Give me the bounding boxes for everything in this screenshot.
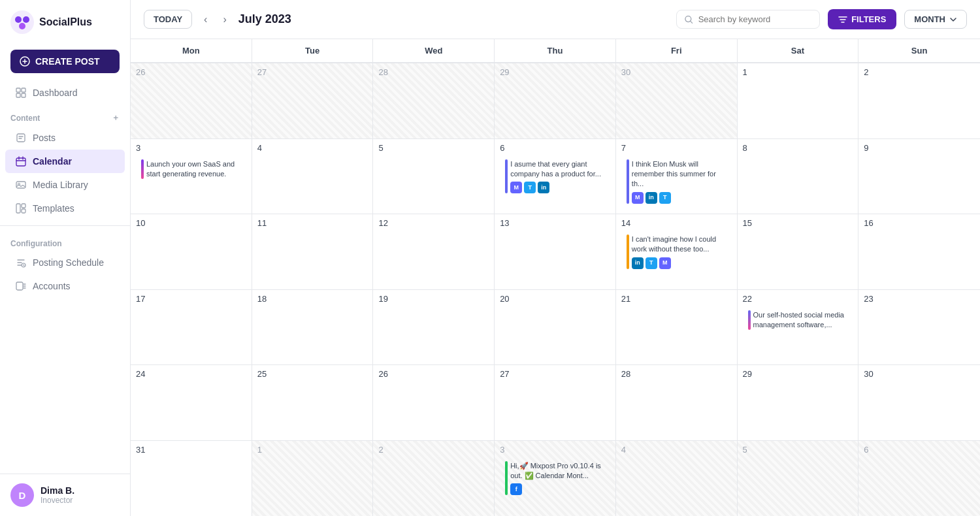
today-button[interactable]: TODAY xyxy=(144,10,192,29)
day-number: 31 xyxy=(136,445,246,455)
search-box[interactable] xyxy=(676,10,820,29)
cal-cell[interactable]: 30 xyxy=(858,365,980,441)
mastodon-icon: M xyxy=(659,257,671,269)
day-number: 6 xyxy=(864,445,975,455)
month-select-button[interactable]: MONTH xyxy=(904,10,967,29)
next-month-button[interactable]: › xyxy=(219,11,230,28)
cal-cell[interactable]: 20 xyxy=(495,290,616,366)
event-card[interactable]: Hi,🚀 Mixpost Pro v0.10.4 is out. ✅ Calen… xyxy=(500,457,610,500)
cal-cell[interactable]: 23 xyxy=(858,290,980,366)
sidebar-item-posts[interactable]: Posts xyxy=(5,126,125,150)
day-number: 3 xyxy=(500,445,610,455)
cal-cell[interactable]: 11 xyxy=(252,214,374,290)
cal-cell[interactable]: 10 xyxy=(131,214,252,290)
cal-cell[interactable]: 31 xyxy=(131,441,252,517)
day-number: 30 xyxy=(864,369,975,379)
content-add-icon[interactable]: ＋ xyxy=(112,112,120,123)
cal-cell[interactable]: 13 xyxy=(495,214,616,290)
avatar: D xyxy=(10,483,34,507)
event-text: Our self-hosted social media management … xyxy=(753,310,848,331)
cal-cell[interactable]: 16 xyxy=(858,214,980,290)
sidebar-item-calendar[interactable]: Calendar xyxy=(5,150,125,173)
cal-cell[interactable]: 28 xyxy=(373,63,495,139)
calendar: MonTueWedThuFriSatSun 2627282930123Launc… xyxy=(131,39,980,516)
cal-cell[interactable]: 29 xyxy=(738,365,859,441)
cal-cell[interactable]: 18 xyxy=(252,290,374,366)
cal-cell[interactable]: 9 xyxy=(858,139,980,215)
user-profile[interactable]: D Dima B. Inovector xyxy=(0,474,130,516)
cal-cell[interactable]: 1 xyxy=(252,441,374,517)
accounts-icon xyxy=(16,281,26,291)
cal-cell[interactable]: 29 xyxy=(495,63,616,139)
day-number: 8 xyxy=(743,143,853,153)
cal-cell[interactable]: 26 xyxy=(131,63,252,139)
day-number: 28 xyxy=(378,67,489,77)
sidebar-item-templates[interactable]: Templates xyxy=(5,197,125,220)
svg-rect-8 xyxy=(22,93,25,97)
cal-cell[interactable]: 14I can't imagine how I could work witho… xyxy=(616,214,738,290)
event-card[interactable]: Our self-hosted social media management … xyxy=(743,306,853,334)
event-card[interactable]: I asume that every giant company has a p… xyxy=(500,155,610,198)
svg-point-2 xyxy=(23,16,29,23)
cal-cell[interactable]: 1 xyxy=(738,63,859,139)
day-number: 16 xyxy=(864,218,975,228)
day-number: 15 xyxy=(743,218,853,228)
cal-cell[interactable]: 25 xyxy=(252,365,374,441)
day-number: 19 xyxy=(378,294,489,304)
cal-cell[interactable]: 3Hi,🚀 Mixpost Pro v0.10.4 is out. ✅ Cale… xyxy=(495,441,616,517)
event-card[interactable]: I think Elon Musk will remember this sum… xyxy=(621,155,732,208)
event-bar xyxy=(141,159,144,180)
day-number: 6 xyxy=(500,143,610,153)
cal-cell[interactable]: 15 xyxy=(738,214,859,290)
cal-cell[interactable]: 4 xyxy=(616,441,738,517)
cal-cell[interactable]: 27 xyxy=(495,365,616,441)
cal-cell[interactable]: 3Launch your own SaaS and start generati… xyxy=(131,139,252,215)
cal-cell[interactable]: 30 xyxy=(616,63,738,139)
filters-button[interactable]: FILTERS xyxy=(828,9,896,29)
cal-cell[interactable]: 26 xyxy=(373,365,495,441)
cal-cell[interactable]: 19 xyxy=(373,290,495,366)
cal-cell[interactable]: 12 xyxy=(373,214,495,290)
search-input[interactable] xyxy=(698,14,811,24)
svg-point-3 xyxy=(19,23,25,29)
facebook-icon: f xyxy=(510,483,522,495)
cal-cell[interactable]: 4 xyxy=(252,139,374,215)
cal-cell[interactable]: 8 xyxy=(738,139,859,215)
cal-cell[interactable]: 22Our self-hosted social media managemen… xyxy=(738,290,859,366)
cal-cell[interactable]: 7I think Elon Musk will remember this su… xyxy=(616,139,738,215)
cal-cell[interactable]: 2 xyxy=(858,63,980,139)
create-post-button[interactable]: CREATE POST xyxy=(10,50,120,73)
sidebar-item-media[interactable]: Media Library xyxy=(5,173,125,197)
cal-cell[interactable]: 2 xyxy=(373,441,495,517)
event-card[interactable]: Launch your own SaaS and start generatin… xyxy=(136,155,246,184)
twitter-icon: T xyxy=(524,182,536,193)
twitter-icon: T xyxy=(645,257,657,269)
cal-cell[interactable]: 5 xyxy=(738,441,859,517)
sidebar-item-schedule[interactable]: Posting Schedule xyxy=(5,251,125,274)
day-number: 10 xyxy=(136,218,246,228)
calendar-header-fri: Fri xyxy=(616,39,738,63)
day-number: 21 xyxy=(621,294,732,304)
cal-cell[interactable]: 27 xyxy=(252,63,374,139)
day-number: 5 xyxy=(743,445,853,455)
day-number: 23 xyxy=(864,294,975,304)
day-number: 26 xyxy=(378,369,489,379)
cal-cell[interactable]: 6 xyxy=(858,441,980,517)
event-bar xyxy=(505,461,508,496)
day-number: 22 xyxy=(743,294,853,304)
sidebar-item-dashboard[interactable]: Dashboard xyxy=(5,81,125,105)
event-card[interactable]: I can't imagine how I could work without… xyxy=(621,231,732,273)
cal-cell[interactable]: 21 xyxy=(616,290,738,366)
svg-rect-14 xyxy=(22,204,25,208)
cal-cell[interactable]: 17 xyxy=(131,290,252,366)
cal-cell[interactable]: 24 xyxy=(131,365,252,441)
calendar-icon xyxy=(16,156,26,167)
calendar-header-thu: Thu xyxy=(495,39,616,63)
cal-cell[interactable]: 6I asume that every giant company has a … xyxy=(495,139,616,215)
cal-cell[interactable]: 28 xyxy=(616,365,738,441)
prev-month-button[interactable]: ‹ xyxy=(200,11,211,28)
cal-cell[interactable]: 5 xyxy=(373,139,495,215)
svg-point-1 xyxy=(15,16,22,23)
dashboard-icon xyxy=(16,88,26,98)
sidebar-item-accounts[interactable]: Accounts xyxy=(5,274,125,298)
